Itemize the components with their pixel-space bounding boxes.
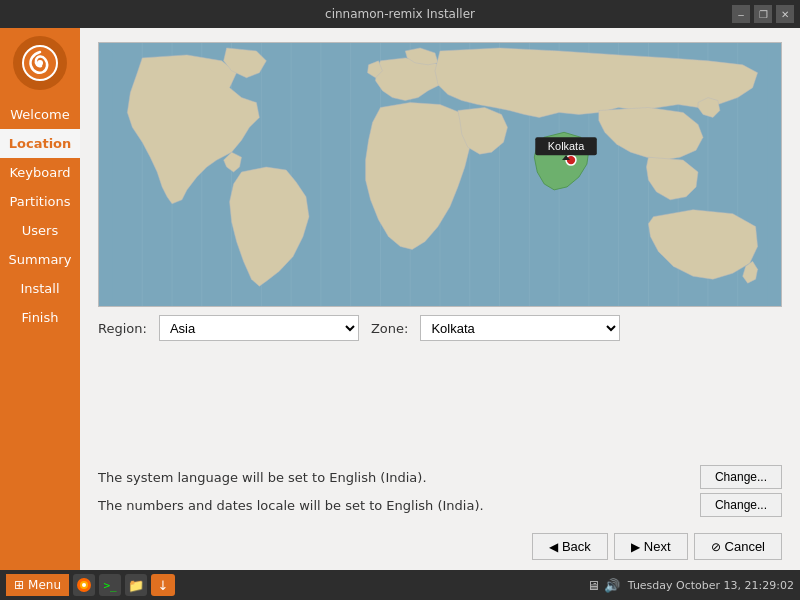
taskbar-menu-label: Menu [28, 578, 61, 592]
sidebar-item-location[interactable]: Location [0, 129, 80, 158]
svg-point-1 [37, 60, 43, 66]
sidebar-item-users[interactable]: Users [0, 216, 80, 245]
files-icon: 📁 [128, 578, 144, 593]
nav-buttons: ◀ Back ▶ Next ⊘ Cancel [98, 533, 782, 560]
titlebar-title: cinnamon-remix Installer [325, 7, 475, 21]
zone-select[interactable]: Kolkata [420, 315, 620, 341]
sidebar-item-summary[interactable]: Summary [0, 245, 80, 274]
back-button[interactable]: ◀ Back [532, 533, 608, 560]
region-label: Region: [98, 321, 147, 336]
taskbar-menu-icon: ⊞ [14, 578, 24, 592]
taskbar-files-icon[interactable]: 📁 [125, 574, 147, 596]
network-icon: 🖥 [587, 578, 600, 593]
info-section: The system language will be set to Engli… [98, 465, 782, 521]
app-window: Welcome Location Keyboard Partitions Use… [0, 28, 800, 570]
taskbar: ⊞ Menu >_ 📁 ↓ 🖥 🔊 Tuesday October 13, 21… [0, 570, 800, 600]
map-svg: Kolkata [99, 43, 781, 306]
terminal-icon: >_ [103, 579, 116, 592]
restore-button[interactable]: ❐ [754, 5, 772, 23]
datetime-display: Tuesday October 13, 21:29:02 [628, 579, 794, 592]
sidebar-item-keyboard[interactable]: Keyboard [0, 158, 80, 187]
sidebar-item-partitions[interactable]: Partitions [0, 187, 80, 216]
info-row-2: The numbers and dates locale will be set… [98, 493, 782, 517]
taskbar-terminal-icon[interactable]: >_ [99, 574, 121, 596]
info-text-1: The system language will be set to Engli… [98, 470, 427, 485]
sidebar-item-welcome[interactable]: Welcome [0, 100, 80, 129]
download-icon: ↓ [158, 578, 169, 593]
logo-icon [21, 44, 59, 82]
taskbar-download-icon[interactable]: ↓ [151, 574, 175, 596]
region-zone-row: Region: Asia Zone: Kolkata [98, 315, 782, 341]
next-button[interactable]: ▶ Next [614, 533, 688, 560]
sidebar-item-finish[interactable]: Finish [0, 303, 80, 332]
sidebar-item-install[interactable]: Install [0, 274, 80, 303]
cancel-icon: ⊘ [711, 540, 721, 554]
info-text-2: The numbers and dates locale will be set… [98, 498, 484, 513]
taskbar-right: 🖥 🔊 Tuesday October 13, 21:29:02 [587, 578, 794, 593]
main-content: Kolkata Region: Asia Zone: Kolkata The s… [80, 28, 800, 570]
back-icon: ◀ [549, 540, 558, 554]
firefox-icon [76, 577, 92, 593]
change-locale-button[interactable]: Change... [700, 493, 782, 517]
minimize-button[interactable]: – [732, 5, 750, 23]
world-map[interactable]: Kolkata [98, 42, 782, 307]
svg-text:Kolkata: Kolkata [548, 140, 585, 152]
taskbar-firefox-icon[interactable] [73, 574, 95, 596]
titlebar: cinnamon-remix Installer – ❐ ✕ [0, 0, 800, 28]
svg-point-30 [82, 583, 86, 587]
taskbar-menu-button[interactable]: ⊞ Menu [6, 574, 69, 596]
taskbar-sys-icons: 🖥 🔊 [587, 578, 620, 593]
close-button[interactable]: ✕ [776, 5, 794, 23]
zone-label: Zone: [371, 321, 408, 336]
cancel-button[interactable]: ⊘ Cancel [694, 533, 782, 560]
sidebar: Welcome Location Keyboard Partitions Use… [0, 28, 80, 570]
next-icon: ▶ [631, 540, 640, 554]
volume-icon: 🔊 [604, 578, 620, 593]
app-logo [13, 36, 67, 90]
info-row-1: The system language will be set to Engli… [98, 465, 782, 489]
region-select[interactable]: Asia [159, 315, 359, 341]
change-language-button[interactable]: Change... [700, 465, 782, 489]
